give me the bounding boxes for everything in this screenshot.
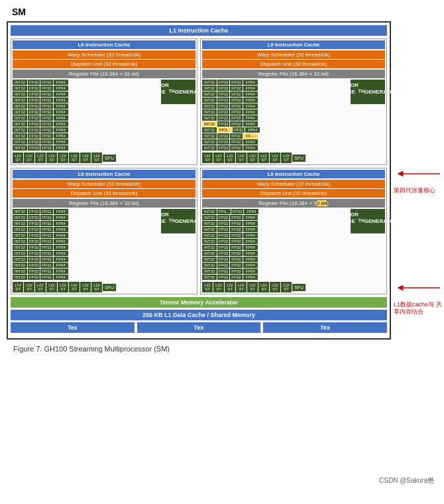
cuda-grid-tl: INT32FP32FP32FP64 INT32FP32FP32FP64 INT3… (13, 80, 160, 151)
warp-scheduler-tl: Warp Scheduler (32 thread/clk) (13, 50, 195, 59)
cuda-grid-tr: INT32FP32FP32FP64 INT32FP32FP32FP64 INT3… (202, 80, 349, 151)
page: { "title": "SM", "figure_caption": "Figu… (0, 0, 444, 504)
register-file-tl: Register File (16,384 × 32-bit) (13, 70, 195, 78)
warp-scheduler-bl: Warp Scheduler (32 thread/clk) (13, 180, 195, 188)
tex-right: Tex (263, 322, 387, 333)
l0-cache-tl: L0 Instruction Cache (13, 40, 195, 49)
dispatch-tr: Dispatch Unit (32 thread/clk) (202, 60, 385, 68)
cuda-grid-br: INT32FP3...FP32FP64 INT32FP32FP32FP64 IN… (202, 209, 349, 281)
cuda-grid-bl: INT32FP32FP32FP64 INT32FP32FP32FP64 INT3… (13, 209, 160, 281)
dispatch-tl: Dispatch Unit (32 thread/clk) (13, 60, 195, 68)
tensor-core-br: TENSOR CORE4TH GENERATION (351, 209, 385, 233)
warp-scheduler-tr: Warp Scheduler (32 thread/clk) (202, 50, 385, 59)
dispatch-br: Dispatch Unit (32 thread/clk) (202, 189, 385, 198)
tensor-core-tl: TENSOR CORE4TH GENERATION (161, 80, 195, 104)
quadrant-bottom-left: L0 Instruction Cache Warp Scheduler (32 … (11, 168, 197, 294)
tensor-memory-bar: Tensor Memory Accelerator (11, 297, 387, 308)
l1-data-cache-bar: 256 KB L1 Data Cache / Shared Memory (11, 310, 387, 320)
tex-row: Tex Tex Tex (11, 322, 387, 333)
quadrant-top-left: L0 Instruction Cache Warp Scheduler (32 … (11, 38, 197, 165)
annotation-l1-cache: L1数据cache与 共享内存结合 (394, 281, 444, 316)
register-file-br: Register File (16,384 × 32-bit) (202, 199, 385, 208)
figure-caption: Figure 7. GH100 Streaming Multiprocessor… (13, 345, 437, 353)
sm-title: SM (12, 7, 437, 17)
annotation-tensor-core: 第四代张量核心 (394, 167, 444, 195)
l0-cache-tr: L0 Instruction Cache (202, 40, 385, 49)
l0-cache-br: L0 Instruction Cache (202, 170, 385, 178)
annotations: 第四代张量核心 L1数据cache与 共享内存结合 (394, 21, 444, 340)
register-file-tr: Register File (16,384 × 32-bit) (202, 70, 385, 78)
tensor-core-bl: TENSOR CORE4TH GENERATION (161, 209, 195, 233)
warp-scheduler-br: Warp Scheduler (32 thread/clk) (202, 180, 385, 188)
register-file-bl: Register File (16,384 × 32-bit) (13, 199, 195, 208)
l0-cache-bl: L0 Instruction Cache (13, 170, 195, 178)
quadrant-bottom-right: L0 Instruction Cache Warp Scheduler (32 … (200, 168, 387, 294)
tensor-core-tr: TENSOR CORE4TH GENERATION (351, 80, 385, 104)
l1-instruction-cache-bar: L1 Instruction Cache (11, 25, 387, 36)
tex-middle: Tex (137, 322, 261, 333)
quadrant-top-right: L0 Instruction Cache Warp Scheduler (32 … (200, 38, 387, 165)
dispatch-bl: Dispatch Unit (32 thread/clk) (13, 189, 195, 198)
csdn-label: CSDN @Sakura懋 (379, 476, 434, 485)
tex-left: Tex (11, 322, 135, 333)
